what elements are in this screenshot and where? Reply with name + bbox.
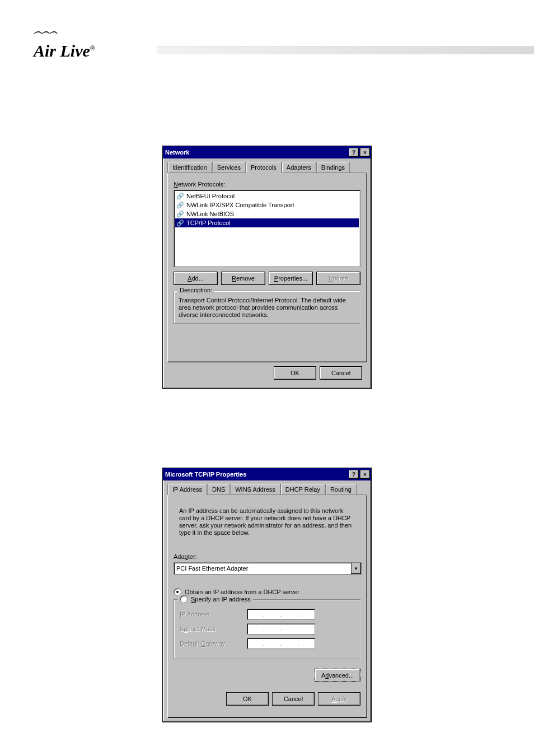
header-rule — [157, 46, 534, 54]
radio-icon — [180, 595, 188, 603]
help-button[interactable]: ? — [349, 148, 359, 157]
subnet-mask-input[interactable]: ... — [247, 623, 315, 634]
network-protocols-label: NNetwork Protocols:etwork Protocols: — [174, 181, 360, 188]
adapter-value: PCI Fast Ethernet Adapter — [174, 565, 351, 572]
help-icon: ? — [352, 472, 355, 478]
tabs: IP Address DNS WINS Address DHCP Relay R… — [167, 484, 367, 495]
protocol-label: NetBEUI Protocol — [186, 193, 235, 199]
page-header: ︵︵︵ Air Live® — [0, 0, 534, 67]
cancel-button[interactable]: Cancel — [320, 366, 362, 380]
description-label: Description: — [177, 287, 214, 293]
titlebar[interactable]: Network ? × — [163, 146, 371, 158]
adapter-label: Adapter: — [174, 553, 360, 560]
tabs: Identification Services Protocols Adapte… — [167, 162, 367, 173]
dropdown-arrow-icon[interactable]: ▼ — [351, 563, 361, 574]
subnet-mask-label: Subnet Mask: — [180, 626, 241, 632]
tab-identification[interactable]: Identification — [167, 162, 212, 172]
protocol-icon: 🔗 — [176, 192, 184, 200]
specify-ip-group: Specify an IP address IP Address: ... Su… — [174, 599, 360, 659]
list-item[interactable]: 🔗 NWLink NetBIOS — [175, 209, 359, 218]
wifi-arc-icon: ︵︵︵ — [34, 26, 57, 38]
adapter-combo[interactable]: PCI Fast Ethernet Adapter ▼ — [174, 562, 362, 575]
dialog-title: Microsoft TCP/IP Properties — [165, 471, 246, 478]
properties-button[interactable]: Properties... — [269, 272, 313, 285]
tab-ip-address[interactable]: IP Address — [167, 484, 207, 495]
radio-specify-ip[interactable]: Specify an IP address — [177, 595, 253, 603]
ip-address-input[interactable]: ... — [247, 609, 315, 620]
cancel-button[interactable]: Cancel — [272, 692, 315, 706]
network-dialog: Network ? × Identification Services Prot… — [162, 146, 372, 389]
info-text: An IP address can be automatically assig… — [179, 507, 355, 536]
list-item[interactable]: 🔗 NetBEUI Protocol — [175, 192, 359, 200]
close-button[interactable]: × — [360, 470, 370, 479]
close-icon: × — [363, 150, 367, 156]
ok-button[interactable]: OK — [226, 692, 269, 706]
protocol-icon: 🔗 — [176, 219, 184, 227]
protocol-icon: 🔗 — [176, 210, 184, 218]
close-icon: × — [363, 472, 367, 478]
list-item[interactable]: 🔗 TCP/IP Protocol — [175, 218, 359, 227]
default-gateway-input[interactable]: ... — [247, 638, 315, 649]
help-icon: ? — [352, 150, 355, 156]
help-button[interactable]: ? — [349, 470, 359, 479]
default-gateway-label: Default Gateway: — [180, 640, 241, 647]
protocol-label: TCP/IP Protocol — [186, 220, 231, 226]
titlebar[interactable]: Microsoft TCP/IP Properties ? × — [163, 468, 371, 480]
tab-wins-address[interactable]: WINS Address — [230, 484, 280, 494]
tab-routing[interactable]: Routing — [325, 484, 357, 494]
protocol-label: NWLink IPX/SPX Compatible Transport — [186, 202, 294, 208]
radio-icon — [174, 588, 181, 596]
brand-logo: ︵︵︵ Air Live® — [34, 22, 95, 60]
tab-dns[interactable]: DNS — [207, 484, 230, 494]
ip-address-label: IP Address: — [180, 611, 241, 618]
tab-panel-ip-address: An IP address can be automatically assig… — [167, 495, 367, 717]
radio-obtain-dhcp[interactable]: Obtain an IP address from a DHCP server — [174, 588, 360, 596]
tab-protocols[interactable]: Protocols — [246, 162, 282, 173]
advanced-button[interactable]: Advanced... — [315, 669, 360, 682]
tab-adapters[interactable]: Adapters — [282, 162, 316, 172]
brand-name: Air Live — [34, 41, 90, 60]
add-button[interactable]: Add... — [174, 272, 218, 285]
ok-button[interactable]: OK — [274, 366, 316, 380]
protocol-icon: 🔗 — [176, 201, 184, 209]
close-button[interactable]: × — [360, 148, 370, 157]
protocol-label: NWLink NetBIOS — [186, 211, 234, 217]
protocol-listbox[interactable]: 🔗 NetBEUI Protocol 🔗 NWLink IPX/SPX Comp… — [174, 190, 360, 267]
tab-panel-protocols: NNetwork Protocols:etwork Protocols: 🔗 N… — [167, 173, 367, 362]
tcpip-properties-dialog: Microsoft TCP/IP Properties ? × IP Addre… — [162, 468, 372, 722]
tab-bindings[interactable]: Bindings — [316, 162, 350, 172]
description-group: Description: Transport Control Protocol/… — [174, 291, 360, 324]
update-button: Update — [316, 272, 360, 285]
dialog-title: Network — [165, 149, 189, 156]
trademark-symbol: ® — [90, 44, 95, 52]
remove-button[interactable]: Remove — [221, 272, 265, 285]
description-text: Transport Control Protocol/Internet Prot… — [179, 297, 355, 319]
apply-button: Apply — [318, 692, 360, 706]
list-item[interactable]: 🔗 NWLink IPX/SPX Compatible Transport — [175, 200, 359, 209]
tab-services[interactable]: Services — [212, 162, 246, 172]
tab-dhcp-relay[interactable]: DHCP Relay — [280, 484, 325, 494]
